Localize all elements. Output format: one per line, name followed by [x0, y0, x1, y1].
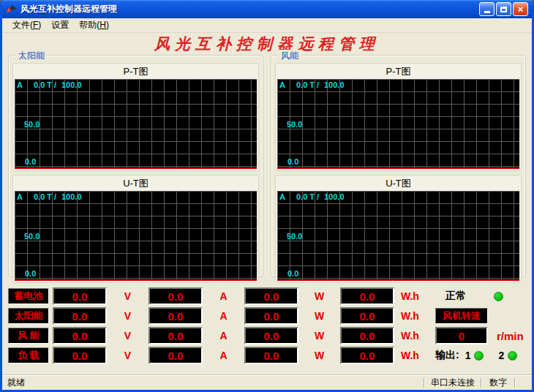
- wind-power-display: 0.0: [244, 327, 298, 344]
- group-solar-label: 太阳能: [15, 50, 48, 62]
- load-power-display: 0.0: [244, 347, 298, 364]
- unit-watt: W: [298, 290, 340, 302]
- y-min-label: 0.0: [25, 157, 36, 166]
- unit-amp: A: [203, 330, 244, 342]
- x-scale-label: 0.0 T /: [34, 80, 56, 89]
- chart-groups: 太阳能 P-T图 A 0.0 T / 100.0 50.0 0.0 U-T图 A…: [2, 53, 532, 277]
- y-axis-label: A: [279, 80, 285, 89]
- unit-volt: V: [107, 290, 148, 302]
- menu-file[interactable]: 文件(F): [7, 18, 46, 33]
- y-axis-label: A: [17, 80, 23, 89]
- battery-power-display: 0.0: [244, 287, 298, 305]
- wind-ut-panel: U-T图 A 0.0 T / 100.0 50.0 0.0: [275, 175, 522, 283]
- solar-label: 太阳能: [8, 308, 49, 324]
- data-trace-line: [277, 279, 519, 281]
- x-scale-label: 0.0 T /: [296, 192, 319, 201]
- battery-voltage-display: 0.0: [53, 287, 107, 305]
- y-mid-label: 50.0: [287, 232, 302, 241]
- maximize-button[interactable]: [496, 2, 511, 16]
- readings-panel: 蓄电池 0.0 V 0.0 A 0.0 W 0.0 W.h 太阳能 0.0 V …: [8, 287, 526, 364]
- menu-help[interactable]: 帮助(H): [74, 18, 114, 33]
- wind-ut-chart: A 0.0 T / 100.0 50.0 0.0: [277, 191, 519, 281]
- group-wind-label: 风能: [278, 50, 301, 62]
- solar-ut-chart: A 0.0 T / 100.0 50.0 0.0: [15, 191, 257, 281]
- y-max-label: 100.0: [324, 192, 345, 201]
- y-axis-label: A: [279, 192, 285, 201]
- battery-energy-display: 0.0: [340, 287, 394, 305]
- unit-amp: A: [203, 350, 244, 361]
- wind-pt-chart: A 0.0 T / 100.0 50.0 0.0: [277, 79, 519, 169]
- reading-row-solar: 太阳能 0.0 V 0.0 A 0.0 W 0.0 W.h: [8, 307, 432, 325]
- page-title: 风光互补控制器远程管理: [2, 33, 532, 53]
- app-icon: [5, 4, 18, 15]
- close-button[interactable]: ×: [513, 2, 528, 16]
- solar-ut-panel: U-T图 A 0.0 T / 100.0 50.0 0.0: [12, 175, 259, 283]
- solar-voltage-display: 0.0: [53, 307, 107, 325]
- wind-ut-title: U-T图: [277, 176, 519, 191]
- status-column: 正常 风机转速 0 r/min 输出: 1 2: [432, 287, 526, 364]
- statusbar-divider: [514, 378, 516, 388]
- wind-pt-title: P-T图: [277, 64, 519, 79]
- fan-speed-label: 风机转速: [435, 308, 488, 324]
- unit-watt: W: [298, 310, 340, 322]
- y-max-label: 100.0: [61, 192, 82, 201]
- output-label: 输出:: [435, 349, 459, 362]
- maximize-icon: [500, 7, 507, 12]
- unit-watt: W: [298, 350, 340, 361]
- load-energy-display: 0.0: [340, 347, 394, 364]
- status-serial: 串口未连接: [425, 377, 481, 389]
- y-max-label: 100.0: [324, 80, 345, 89]
- system-status-led: [494, 292, 503, 301]
- title-bar: 风光互补控制器远程管理 ×: [2, 0, 532, 18]
- reading-row-wind: 风 能 0.0 V 0.0 A 0.0 W 0.0 W.h: [8, 327, 432, 344]
- unit-volt: V: [107, 330, 148, 342]
- battery-label: 蓄电池: [8, 288, 49, 304]
- app-window: 风光互补控制器远程管理 × 文件(F) 设置 帮助(H) 风光互补控制器远程管理…: [0, 0, 534, 392]
- output1-number: 1: [465, 350, 471, 361]
- minimize-button[interactable]: [479, 2, 494, 16]
- fan-speed-value-row: 0 r/min: [435, 327, 526, 344]
- y-mid-label: 50.0: [24, 120, 40, 129]
- unit-watt: W: [298, 330, 340, 342]
- status-ready: 就绪: [2, 377, 424, 389]
- fan-speed-label-row: 风机转速: [435, 307, 526, 325]
- y-min-label: 0.0: [287, 269, 298, 278]
- battery-current-display: 0.0: [148, 287, 203, 305]
- load-voltage-display: 0.0: [53, 347, 107, 364]
- x-scale-label: 0.0 T /: [296, 80, 319, 89]
- unit-volt: V: [107, 350, 148, 361]
- solar-current-display: 0.0: [148, 307, 203, 325]
- minimize-icon: [484, 11, 490, 13]
- system-status-row: 正常: [435, 287, 526, 305]
- wind-label: 风 能: [8, 328, 49, 344]
- y-min-label: 0.0: [25, 269, 36, 278]
- wind-voltage-display: 0.0: [53, 327, 107, 344]
- solar-pt-panel: P-T图 A 0.0 T / 100.0 50.0 0.0: [12, 63, 259, 171]
- output2-led: [508, 351, 517, 361]
- data-trace-line: [15, 167, 257, 169]
- fan-speed-display: 0: [435, 327, 488, 344]
- status-bar: 就绪 串口未连接 数字: [2, 375, 532, 390]
- data-trace-line: [15, 279, 257, 281]
- system-status-label: 正常: [445, 290, 466, 303]
- load-current-display: 0.0: [148, 347, 203, 364]
- output1-led: [474, 351, 484, 361]
- unit-watthour: W.h: [394, 290, 428, 302]
- solar-pt-title: P-T图: [15, 64, 257, 79]
- y-min-label: 0.0: [287, 157, 298, 166]
- solar-ut-title: U-T图: [15, 176, 257, 191]
- y-max-label: 100.0: [61, 80, 82, 89]
- solar-power-display: 0.0: [244, 307, 298, 325]
- solar-energy-display: 0.0: [340, 307, 394, 325]
- close-icon: ×: [518, 4, 524, 14]
- wind-energy-display: 0.0: [340, 327, 394, 344]
- unit-watthour: W.h: [394, 310, 428, 322]
- y-axis-label: A: [17, 192, 23, 201]
- unit-watthour: W.h: [394, 330, 428, 342]
- group-wind: 风能 P-T图 A 0.0 T / 100.0 50.0 0.0 U-T图 A …: [271, 55, 526, 277]
- menu-settings[interactable]: 设置: [46, 18, 74, 33]
- reading-row-load: 负 载 0.0 V 0.0 A 0.0 W 0.0 W.h: [8, 347, 432, 364]
- wind-current-display: 0.0: [148, 327, 203, 344]
- unit-watthour: W.h: [394, 350, 428, 361]
- wind-pt-panel: P-T图 A 0.0 T / 100.0 50.0 0.0: [275, 63, 522, 171]
